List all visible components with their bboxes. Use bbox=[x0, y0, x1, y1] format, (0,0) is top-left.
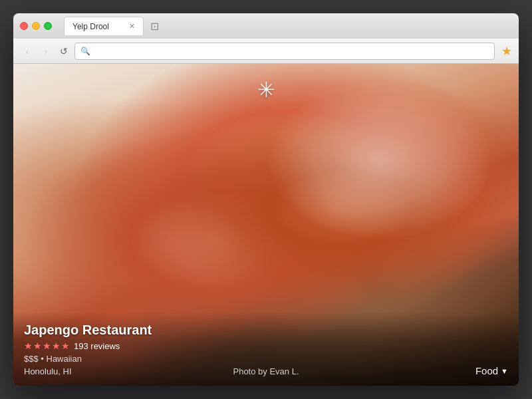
plate-highlight bbox=[266, 80, 493, 241]
yelp-logo: ✳ bbox=[257, 77, 275, 102]
minimize-button[interactable] bbox=[32, 22, 40, 30]
cuisine-type: Hawaiian bbox=[47, 354, 82, 364]
category-dropdown[interactable]: Food ▼ bbox=[475, 365, 508, 376]
back-button[interactable]: ‹ bbox=[20, 44, 35, 59]
browser-window: Yelp Drool ✕ ⊡ ‹ › ↺ 🔍 ★ ✳ Japengo Resta… bbox=[13, 13, 519, 386]
maximize-button[interactable] bbox=[44, 22, 52, 30]
browser-tab[interactable]: Yelp Drool ✕ bbox=[64, 17, 144, 35]
star-1: ★ bbox=[24, 340, 33, 351]
star-3: ★ bbox=[43, 340, 51, 351]
tabs-area: Yelp Drool ✕ ⊡ bbox=[64, 17, 512, 35]
stars-row: ★ ★ ★ ★ ★ 193 reviews bbox=[24, 340, 508, 351]
reviews-count: 193 reviews bbox=[74, 341, 120, 351]
tab-close-button[interactable]: ✕ bbox=[129, 22, 135, 31]
star-half: ★ bbox=[61, 340, 70, 351]
tab-label: Yelp Drool bbox=[72, 22, 109, 31]
separator: • bbox=[41, 354, 46, 364]
location-text: Honolulu, HI bbox=[24, 366, 72, 376]
forward-button[interactable]: › bbox=[39, 44, 53, 59]
browser-content: ✳ Japengo Restaurant ★ ★ ★ ★ ★ 193 revie… bbox=[13, 64, 519, 386]
price-range: $$$ bbox=[24, 354, 39, 364]
nav-bar: ‹ › ↺ 🔍 ★ bbox=[13, 39, 519, 64]
title-bar: Yelp Drool ✕ ⊡ bbox=[13, 13, 519, 39]
star-2: ★ bbox=[33, 340, 42, 351]
restaurant-name: Japengo Restaurant bbox=[24, 323, 508, 338]
close-button[interactable] bbox=[20, 22, 28, 30]
star-rating: ★ ★ ★ ★ ★ bbox=[24, 340, 70, 351]
traffic-lights bbox=[20, 22, 52, 30]
category-label: Food bbox=[475, 365, 498, 376]
refresh-button[interactable]: ↺ bbox=[57, 45, 70, 58]
restaurant-meta: $$$ • Hawaiian bbox=[24, 354, 508, 364]
new-tab-button[interactable]: ⊡ bbox=[146, 18, 162, 34]
dropdown-arrow-icon: ▼ bbox=[501, 367, 508, 375]
address-input[interactable] bbox=[94, 46, 489, 56]
address-bar: 🔍 bbox=[74, 43, 495, 60]
search-icon: 🔍 bbox=[80, 47, 90, 56]
bookmark-star-icon[interactable]: ★ bbox=[501, 44, 512, 59]
photo-credit: Photo by Evan L. bbox=[233, 366, 299, 376]
star-4: ★ bbox=[52, 340, 61, 351]
